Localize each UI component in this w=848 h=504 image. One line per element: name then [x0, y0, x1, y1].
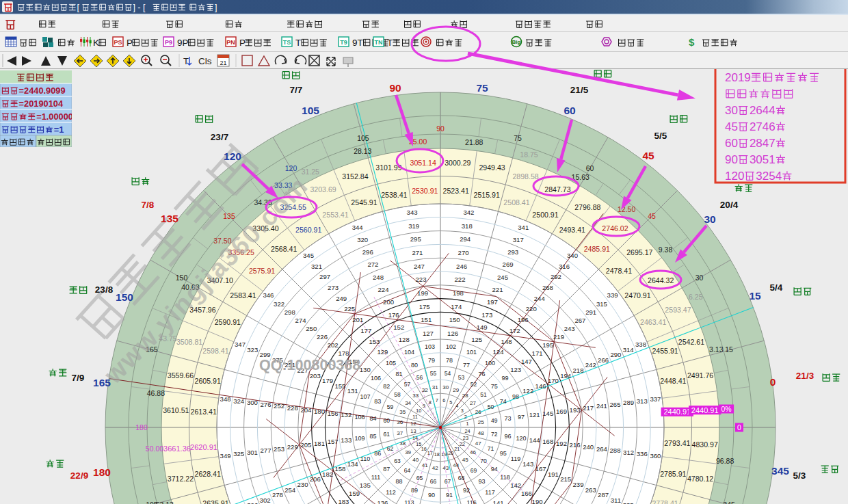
- svg-text:T: T: [183, 56, 189, 66]
- svg-text:180: 180: [135, 423, 148, 432]
- svg-text:2847.73: 2847.73: [544, 185, 570, 194]
- svg-text:74: 74: [500, 398, 507, 405]
- svg-text:6: 6: [442, 397, 445, 403]
- svg-text:5/5: 5/5: [654, 131, 667, 141]
- svg-text:155: 155: [334, 382, 345, 390]
- svg-text:301: 301: [247, 449, 258, 456]
- svg-text:46: 46: [470, 449, 476, 455]
- svg-text:3000.29: 3000.29: [445, 159, 471, 167]
- svg-text:142: 142: [510, 481, 521, 489]
- svg-text:77: 77: [463, 362, 470, 369]
- svg-text:87: 87: [383, 466, 390, 473]
- svg-text:3610.51: 3610.51: [163, 406, 189, 414]
- svg-text:312: 312: [623, 449, 634, 456]
- svg-text:3051: 3051: [750, 153, 776, 166]
- svg-text:2455.91: 2455.91: [652, 347, 678, 355]
- svg-text:176: 176: [388, 311, 399, 319]
- svg-text:194: 194: [560, 372, 572, 380]
- svg-text:2019: 2019: [725, 71, 751, 84]
- svg-text:60: 60: [383, 417, 390, 424]
- svg-text:54: 54: [445, 370, 451, 377]
- svg-text:250: 250: [306, 325, 317, 332]
- svg-text:103: 103: [425, 343, 435, 350]
- svg-text:341: 341: [518, 224, 529, 231]
- svg-text:36: 36: [397, 419, 403, 425]
- svg-text:2847: 2847: [750, 137, 776, 150]
- svg-text:79: 79: [428, 357, 435, 364]
- svg-text:23: 23: [463, 435, 468, 441]
- svg-text:2778.41: 2778.41: [652, 499, 678, 504]
- svg-text:64: 64: [404, 467, 411, 474]
- svg-text:218: 218: [572, 367, 583, 374]
- svg-text:342: 342: [463, 209, 474, 216]
- svg-text:288: 288: [609, 447, 620, 454]
- svg-text:16: 16: [421, 446, 427, 452]
- svg-text:60: 60: [564, 105, 575, 116]
- svg-text:22: 22: [460, 441, 465, 447]
- svg-text:88: 88: [395, 478, 402, 485]
- svg-text:263: 263: [585, 486, 596, 494]
- svg-text:339: 339: [607, 291, 618, 299]
- svg-text:239: 239: [572, 481, 583, 488]
- svg-text:2508.41: 2508.41: [503, 198, 529, 207]
- svg-text:177: 177: [360, 327, 371, 334]
- svg-text:248: 248: [373, 274, 384, 281]
- svg-text:31: 31: [432, 384, 438, 390]
- svg-text:272: 272: [367, 261, 378, 268]
- svg-text:315: 315: [596, 300, 607, 308]
- svg-text:3: 3: [461, 408, 464, 414]
- svg-text:3.13: 3.13: [709, 345, 724, 354]
- svg-text:7/7: 7/7: [290, 85, 303, 95]
- svg-text:300: 300: [247, 399, 258, 406]
- svg-text:100: 100: [485, 360, 495, 367]
- svg-text:17: 17: [427, 450, 433, 456]
- svg-text:81: 81: [395, 371, 402, 377]
- svg-text:116: 116: [466, 499, 476, 504]
- svg-text:166: 166: [521, 490, 532, 497]
- svg-text:117: 117: [485, 489, 494, 496]
- svg-text:242: 242: [585, 361, 596, 369]
- svg-text:252: 252: [274, 402, 284, 410]
- svg-text:=1.00000: =1.00000: [36, 111, 73, 122]
- svg-text:289: 289: [623, 399, 634, 406]
- svg-text:91: 91: [446, 492, 453, 499]
- svg-text:247: 247: [414, 263, 425, 270]
- svg-text:3051.14: 3051.14: [410, 159, 436, 167]
- svg-text:2635.91: 2635.91: [202, 499, 228, 504]
- svg-text:57: 57: [404, 381, 411, 388]
- svg-text:241: 241: [596, 402, 607, 410]
- svg-text:229: 229: [287, 443, 298, 451]
- svg-text:TS: TS: [283, 39, 291, 46]
- svg-text:106: 106: [371, 375, 381, 382]
- svg-text:]: ]: [215, 3, 217, 12]
- svg-text:$: $: [689, 36, 695, 48]
- svg-text:66: 66: [430, 478, 437, 485]
- svg-text:90: 90: [725, 153, 738, 166]
- svg-text:45: 45: [642, 150, 654, 161]
- svg-text:302: 302: [260, 496, 271, 504]
- svg-text:15: 15: [725, 345, 733, 354]
- svg-text:2463.41: 2463.41: [640, 318, 666, 326]
- svg-text:11: 11: [412, 414, 418, 420]
- svg-text:225: 225: [344, 305, 355, 313]
- svg-text:4: 4: [455, 403, 458, 409]
- svg-text:109: 109: [354, 435, 365, 442]
- svg-text:2644: 2644: [750, 104, 776, 117]
- svg-text:174: 174: [451, 303, 462, 310]
- svg-text:Cls: Cls: [198, 56, 212, 66]
- svg-text:268: 268: [542, 284, 553, 291]
- svg-text:2605.91: 2605.91: [195, 377, 221, 385]
- svg-text:3508.81: 3508.81: [176, 338, 202, 346]
- svg-text:2440.91: 2440.91: [691, 406, 719, 414]
- svg-text:131: 131: [347, 387, 358, 395]
- svg-text:90: 90: [436, 124, 445, 133]
- svg-text:344: 344: [352, 224, 364, 231]
- svg-text:21/5: 21/5: [570, 85, 589, 95]
- svg-text:129: 129: [377, 348, 388, 356]
- svg-text:41: 41: [422, 462, 428, 468]
- svg-text:266: 266: [598, 356, 609, 364]
- svg-text:119: 119: [511, 455, 520, 462]
- svg-text:110: 110: [360, 455, 370, 462]
- svg-text:2583.41: 2583.41: [230, 291, 256, 300]
- svg-text:2530.91: 2530.91: [412, 187, 438, 195]
